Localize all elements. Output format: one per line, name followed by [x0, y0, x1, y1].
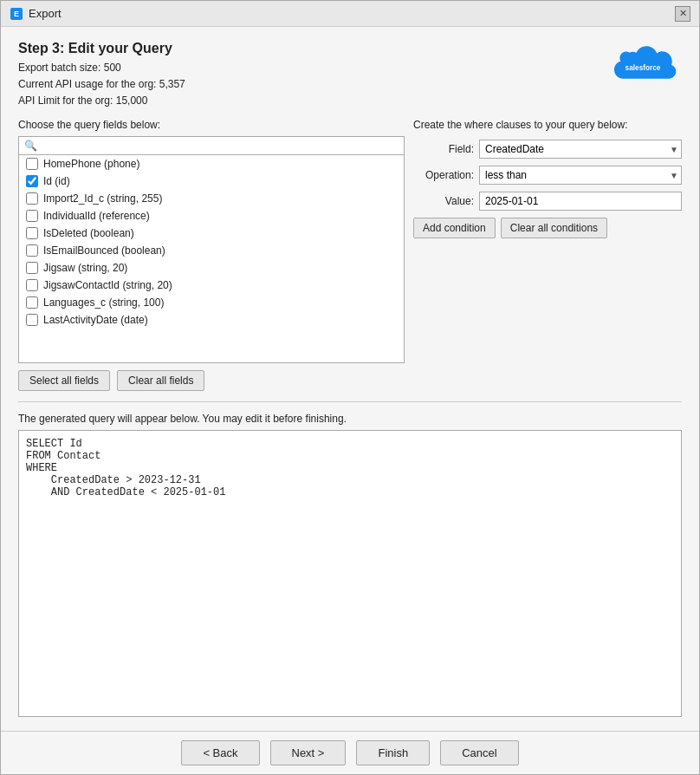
step-title: Step 3: Edit your Query — [18, 41, 185, 56]
field-checkbox[interactable] — [26, 158, 38, 170]
field-checkbox[interactable] — [26, 314, 38, 326]
where-form: Field: CreatedDateId ▼ Operation: less t… — [413, 140, 682, 211]
export-window: E Export ✕ Step 3: Edit your Query Expor… — [0, 0, 700, 775]
operation-label: Operation: — [413, 169, 474, 181]
field-checkbox[interactable] — [26, 296, 38, 309]
operation-select[interactable]: less thangreater thanequalsnot equal tol… — [479, 166, 682, 185]
svg-text:E: E — [14, 10, 19, 18]
field-buttons: Select all fields Clear all fields — [18, 370, 405, 391]
finish-button[interactable]: Finish — [356, 740, 430, 765]
field-label-text: IsEmailBounced (boolean) — [43, 244, 165, 257]
operation-select-wrapper: less thangreater thanequalsnot equal tol… — [479, 166, 682, 185]
field-label-text: LastActivityDate (date) — [43, 314, 148, 326]
operation-row: Operation: less thangreater thanequalsno… — [413, 166, 682, 185]
left-panel-title: Choose the query fields below: — [18, 119, 405, 131]
field-item[interactable]: IsEmailBounced (boolean) — [19, 242, 404, 259]
value-row: Value: — [413, 192, 682, 211]
field-item[interactable]: Id (id) — [19, 173, 404, 190]
right-panel-title: Create the where clauses to your query b… — [413, 119, 682, 131]
select-all-button[interactable]: Select all fields — [18, 370, 110, 391]
field-label-text: HomePhone (phone) — [43, 158, 139, 170]
batch-label: Export batch size: 500 — [18, 60, 185, 76]
window-title: Export — [29, 7, 62, 20]
right-panel: Create the where clauses to your query b… — [413, 119, 682, 391]
query-description: The generated query will appear below. Y… — [18, 413, 682, 425]
field-item[interactable]: IndividualId (reference) — [19, 207, 404, 225]
divider — [18, 401, 682, 402]
field-checkbox[interactable] — [26, 227, 38, 239]
header-info: Step 3: Edit your Query Export batch siz… — [18, 41, 185, 110]
field-list: HomePhone (phone)Id (id)Import2_Id_c (st… — [18, 155, 405, 363]
field-row: Field: CreatedDateId ▼ — [413, 140, 682, 159]
value-input[interactable] — [479, 192, 682, 211]
field-checkbox[interactable] — [26, 279, 38, 291]
title-bar: E Export ✕ — [1, 1, 699, 27]
field-checkbox[interactable] — [26, 262, 38, 274]
add-condition-button[interactable]: Add condition — [413, 218, 496, 238]
field-item[interactable]: Jigsaw (string, 20) — [19, 259, 404, 277]
field-label-text: Id (id) — [43, 175, 70, 187]
field-checkbox[interactable] — [26, 244, 38, 257]
field-item[interactable]: Languages_c (string, 100) — [19, 294, 404, 311]
cancel-button[interactable]: Cancel — [440, 740, 518, 765]
condition-buttons: Add condition Clear all conditions — [413, 218, 682, 238]
value-label: Value: — [413, 195, 474, 207]
footer: < Back Next > Finish Cancel — [1, 731, 699, 774]
field-item[interactable]: HomePhone (phone) — [19, 155, 404, 173]
clear-all-fields-button[interactable]: Clear all fields — [117, 370, 204, 391]
field-label-text: JigsawContactId (string, 20) — [43, 279, 172, 291]
field-item[interactable]: Import2_Id_c (string, 255) — [19, 190, 404, 207]
field-select[interactable]: CreatedDateId — [479, 140, 682, 159]
field-label-text: IsDeleted (boolean) — [43, 227, 134, 239]
field-label-text: Languages_c (string, 100) — [43, 296, 164, 309]
api-usage-label: Current API usage for the org: 5,357 — [18, 76, 185, 93]
close-button[interactable]: ✕ — [675, 6, 690, 22]
main-content: Step 3: Edit your Query Export batch siz… — [1, 27, 699, 731]
app-icon: E — [10, 7, 23, 21]
two-column-area: Choose the query fields below: 🔍 HomePho… — [18, 119, 682, 391]
field-checkbox[interactable] — [26, 175, 38, 187]
field-label: Field: — [413, 143, 474, 155]
field-item[interactable]: IsDeleted (boolean) — [19, 225, 404, 242]
left-panel: Choose the query fields below: 🔍 HomePho… — [18, 119, 405, 391]
field-label-text: IndividualId (reference) — [43, 210, 150, 222]
salesforce-logo: salesforce — [604, 41, 682, 97]
api-limit-label: API Limit for the org: 15,000 — [18, 93, 185, 109]
svg-text:salesforce: salesforce — [625, 64, 661, 72]
search-icon: 🔍 — [24, 140, 37, 152]
field-checkbox[interactable] — [26, 192, 38, 205]
query-textarea[interactable] — [18, 430, 682, 717]
field-item[interactable]: JigsawContactId (string, 20) — [19, 277, 404, 294]
next-button[interactable]: Next > — [270, 740, 347, 765]
field-checkbox[interactable] — [26, 210, 38, 222]
query-section: The generated query will appear below. Y… — [18, 413, 682, 717]
back-button[interactable]: < Back — [181, 740, 259, 765]
header-row: Step 3: Edit your Query Export batch siz… — [18, 41, 682, 110]
clear-conditions-button[interactable]: Clear all conditions — [501, 218, 607, 238]
search-box: 🔍 — [18, 136, 405, 155]
field-select-wrapper: CreatedDateId ▼ — [479, 140, 682, 159]
search-input[interactable] — [41, 140, 399, 152]
field-label-text: Jigsaw (string, 20) — [43, 262, 127, 274]
field-label-text: Import2_Id_c (string, 255) — [43, 192, 162, 205]
field-item[interactable]: LastActivityDate (date) — [19, 311, 404, 329]
title-bar-left: E Export — [10, 7, 62, 21]
